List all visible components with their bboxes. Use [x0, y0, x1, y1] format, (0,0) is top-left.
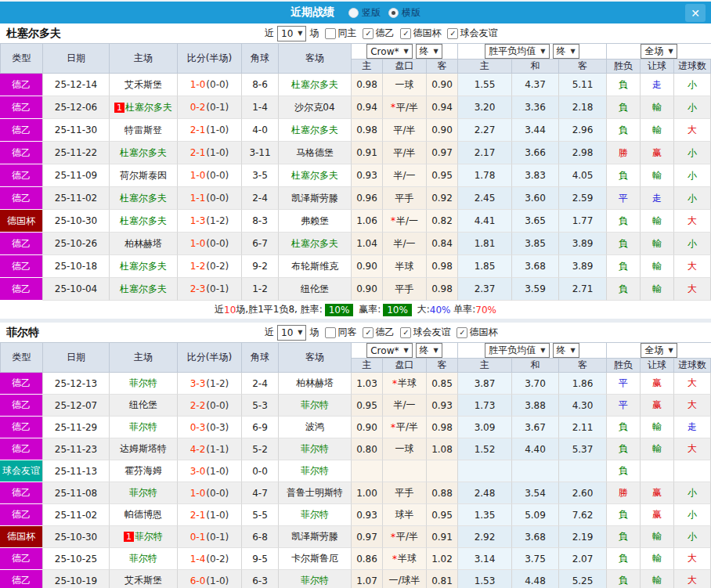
away-odds: 0.81 [427, 570, 458, 588]
home-team-label: 霍芬海姆 [125, 464, 162, 478]
checkbox-checked-icon[interactable]: ✓ [400, 327, 411, 338]
match-count-select[interactable]: 10 ▼ [277, 26, 306, 41]
checkbox-checked-icon[interactable]: ✓ [400, 28, 411, 39]
checkbox-unchecked-icon[interactable] [325, 327, 336, 338]
radio-vertical[interactable] [348, 8, 359, 18]
chevron-down-icon: ▼ [540, 48, 545, 55]
score: 1-4(0-2) [178, 548, 242, 570]
checkbox-checked-icon[interactable]: ✓ [457, 327, 467, 338]
scope-select[interactable]: 全场▼ [641, 44, 677, 59]
checkbox-unchecked-icon[interactable] [325, 28, 336, 39]
col-home: 主场 [110, 43, 178, 74]
match-row: 德乙25-10-25菲尔特1-4(0-2)9-5卡尔斯鲁厄0.86*半球1.02… [0, 548, 711, 570]
handicap-line: 半/一 [383, 233, 427, 255]
filter-checkbox-label[interactable]: 同主 [337, 27, 356, 40]
match-date: 25-10-04 [43, 278, 110, 301]
avg-select[interactable]: 胜平负均值▼ [485, 343, 549, 358]
avg-home-odds: 1.35 [458, 504, 512, 526]
final-select-2[interactable]: 终▼ [553, 343, 579, 358]
handicap-line: 一球 [383, 74, 427, 96]
avg-home-odds [458, 460, 512, 482]
filter-checkbox-label[interactable]: 同客 [337, 326, 356, 339]
avg-draw-odds: 5.09 [512, 504, 559, 526]
summary-segment: 单率: [450, 303, 475, 316]
home-team-label: 纽伦堡 [129, 399, 157, 412]
result-handicap: 輸 [641, 119, 674, 142]
league-badge: 德乙 [0, 142, 43, 164]
filter-checkbox-label[interactable]: 德国杯 [469, 326, 497, 339]
match-row: 德乙25-10-18杜塞尔多夫1-2(0-2)9-2布轮斯维克0.90半球0.9… [0, 255, 711, 278]
match-row: 德乙25-11-22杜塞尔多夫2-1(1-0)3-11马格德堡0.91平/半0.… [0, 142, 711, 164]
home-team: 1杜塞尔多夫 [110, 96, 178, 119]
away-team-label: 柏林赫塔 [296, 377, 334, 390]
handicap-line-label: 半/一 [396, 215, 418, 228]
result-wdl: 負 [607, 74, 641, 96]
col-avg-home: 主 [458, 59, 512, 74]
score: 1-1(0-0) [178, 187, 242, 210]
avg-away-odds [559, 460, 607, 482]
result-handicap: 輸 [641, 210, 674, 233]
result-goals: 大 [674, 278, 711, 301]
col-type: 类型 [0, 43, 43, 74]
final-select-2[interactable]: 终▼ [553, 44, 579, 59]
radio-horizontal-label[interactable]: 横版 [402, 6, 420, 20]
home-team: 纽伦堡 [110, 395, 178, 417]
early-odds-star-icon: * [392, 378, 397, 389]
summary-segment: 70% [475, 305, 496, 316]
filter-checkbox-label[interactable]: 德国杯 [413, 27, 441, 40]
avg-away-odds: 4.05 [559, 164, 607, 187]
avg-draw-odds: 3.65 [512, 210, 559, 233]
checkbox-checked-icon[interactable]: ✓ [447, 28, 458, 39]
away-team: 布轮斯维克 [279, 255, 352, 278]
filter-checkbox-label[interactable]: 德乙 [375, 326, 394, 339]
matches-label: 场 [309, 326, 319, 339]
away-team-label: 卡尔斯鲁厄 [291, 552, 338, 565]
avg-draw-odds: 3.44 [512, 119, 559, 142]
corner-score: 8-6 [242, 74, 279, 96]
filter-checkbox-label[interactable]: 球会友谊 [460, 27, 497, 40]
corner-score: 2-4 [242, 187, 279, 210]
col-date: 日期 [43, 43, 110, 74]
halftime-score: (1-2) [206, 378, 229, 389]
match-count-select[interactable]: 10 ▼ [277, 325, 306, 341]
close-icon[interactable]: ✕ [685, 4, 706, 22]
red-card-count: 1 [124, 532, 134, 542]
summary-segment: 大: [414, 303, 430, 316]
result-goals: 大 [674, 255, 711, 278]
checkbox-checked-icon[interactable]: ✓ [363, 28, 374, 39]
checkbox-checked-icon[interactable]: ✓ [363, 327, 374, 338]
col-home: 主场 [110, 342, 178, 373]
avg-away-odds: 3.89 [559, 255, 607, 278]
radio-vertical-label[interactable]: 竖版 [362, 6, 381, 20]
filter-checkbox-label[interactable]: 德乙 [375, 27, 394, 40]
avg-select[interactable]: 胜平负均值▼ [485, 44, 549, 59]
col-avg-away: 客 [559, 59, 607, 74]
company-select[interactable]: Crow*▼ [366, 44, 412, 59]
avg-home-odds: 1.52 [458, 438, 512, 460]
team-name: 菲尔特 [0, 326, 39, 340]
final-select[interactable]: 终▼ [416, 343, 442, 358]
match-row: 德乙25-11-02帕德博恩2-1(1-0)5-5菲尔特0.93球半0.951.… [0, 504, 711, 526]
col-result: 胜负 [607, 59, 641, 74]
home-team: 达姆斯塔特 [110, 438, 178, 460]
home-team: 菲尔特 [110, 373, 178, 395]
result-handicap: 輸 [641, 526, 674, 548]
halftime-score: (1-0) [206, 466, 229, 477]
final-select[interactable]: 终▼ [416, 44, 442, 59]
handicap-line: 平手 [383, 482, 427, 504]
away-odds: 0.98 [427, 417, 458, 438]
home-team-label: 达姆斯塔特 [120, 442, 167, 456]
col-avg-home: 主 [458, 358, 512, 373]
away-team: 沙尔克04 [279, 96, 352, 119]
filter-checkbox-label[interactable]: 球会友谊 [413, 326, 450, 339]
radio-horizontal[interactable] [388, 8, 399, 18]
scope-select[interactable]: 全场▼ [641, 343, 677, 358]
corner-score: 5-5 [242, 504, 279, 526]
company-select[interactable]: Crow*▼ [366, 343, 412, 358]
result-wdl: 負 [607, 438, 641, 460]
match-date: 25-12-07 [43, 395, 110, 417]
avg-away-odds: 2.19 [559, 526, 607, 548]
league-badge: 德乙 [0, 278, 43, 301]
home-team-label: 杜塞尔多夫 [120, 192, 167, 205]
result-handicap: 赢 [641, 504, 674, 526]
